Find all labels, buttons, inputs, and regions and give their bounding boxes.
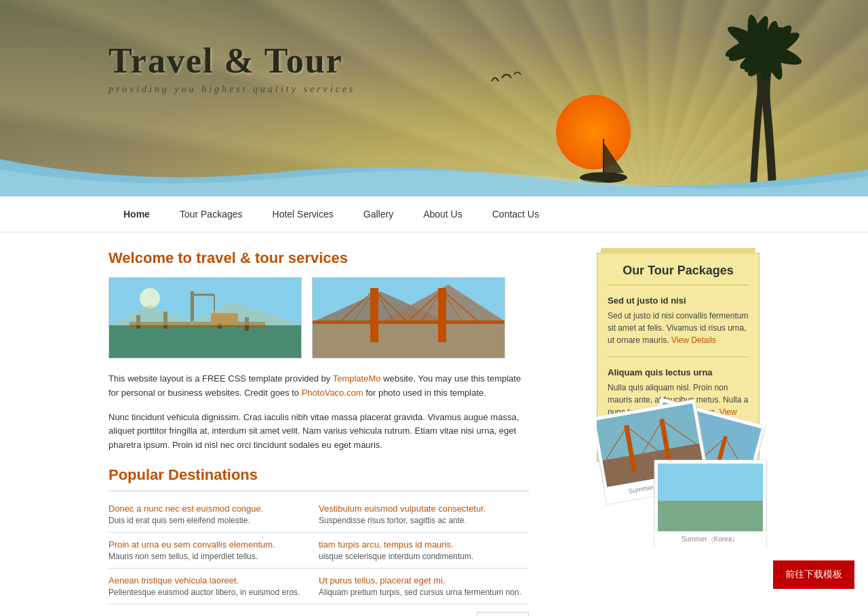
- dest-item-5: Aenean tristique vehicula laoreet. Pelle…: [108, 569, 319, 604]
- photovaco-link[interactable]: PhotoVaco.com: [302, 388, 363, 398]
- main-content: Welcome to travel & tour services: [108, 232, 529, 616]
- nav-item-home[interactable]: Home: [108, 197, 165, 232]
- nav-link-contact[interactable]: Contact Us: [477, 197, 554, 232]
- svg-rect-31: [370, 288, 378, 342]
- nav-link-gallery[interactable]: Gallery: [349, 197, 408, 232]
- dest-item-2: Vestibulum euismod vulputate consectetur…: [319, 497, 529, 533]
- nav-item-contact[interactable]: Contact Us: [477, 197, 554, 232]
- view-all-link[interactable]: View all...: [477, 612, 529, 616]
- site-subtitle: providing you highest quality services: [108, 84, 356, 95]
- templatemo-link[interactable]: TemplateMo: [333, 373, 381, 384]
- nav-item-hotel[interactable]: Hotel Services: [258, 197, 349, 232]
- svg-text:Summer（Korea）: Summer（Korea）: [682, 535, 738, 543]
- popular-destinations-title: Popular Destinations: [108, 466, 529, 484]
- dest-item-3: Proin at urna eu sem convallis elementum…: [108, 533, 319, 569]
- photo-2: [312, 277, 505, 358]
- photos-row: [108, 277, 529, 358]
- svg-rect-32: [438, 288, 446, 342]
- site-title: Travel & Tour: [108, 41, 356, 81]
- dest-link-5[interactable]: Aenean tristique vehicula laoreet.: [108, 575, 319, 586]
- dest-desc-1: Duis id erat quis sem eleifend molestie.: [108, 516, 319, 525]
- dest-item-1: Donec a nunc nec est euismod congue. Dui…: [108, 497, 319, 533]
- divider-top: [108, 491, 529, 491]
- dest-link-3[interactable]: Proin at urna eu sem convallis elementum…: [108, 539, 319, 550]
- header: Travel & Tour providing you highest qual…: [0, 0, 868, 197]
- svg-rect-41: [313, 321, 505, 324]
- download-button[interactable]: 前往下载模板: [773, 560, 854, 589]
- tour-title-1: Sed ut justo id nisi: [608, 295, 749, 306]
- nav-link-tour[interactable]: Tour Packages: [165, 197, 258, 232]
- nav-link-hotel[interactable]: Hotel Services: [258, 197, 349, 232]
- intro-paragraph: This website layout is a FREE CSS templa…: [108, 372, 529, 401]
- nav-link-about[interactable]: About Us: [408, 197, 477, 232]
- nav-item-tour[interactable]: Tour Packages: [165, 197, 258, 232]
- dest-link-6[interactable]: Ut purus tellus, placerat eget mi.: [319, 575, 529, 586]
- birds-decoration: [488, 68, 529, 98]
- dest-desc-6: Aliquam pretium turpis, sed cursus urna …: [319, 588, 529, 597]
- nav-item-about[interactable]: About Us: [408, 197, 477, 232]
- svg-rect-15: [109, 325, 302, 358]
- header-title-block: Travel & Tour providing you highest qual…: [108, 41, 356, 95]
- svg-rect-71: [654, 460, 766, 464]
- nav-wrapper: Home Tour Packages Hotel Services Galler…: [0, 197, 868, 232]
- polaroid-decoration: Summer（USA） Summer（Bangk...: [597, 358, 814, 548]
- svg-rect-30: [313, 322, 505, 358]
- svg-rect-21: [191, 291, 194, 325]
- nav-item-gallery[interactable]: Gallery: [349, 197, 408, 232]
- dest-item-6: Ut purus tellus, placerat eget mi. Aliqu…: [319, 569, 529, 604]
- dest-link-2[interactable]: Vestibulum euismod vulputate consectetur…: [319, 504, 529, 514]
- sidebar-top-strip: [601, 248, 755, 253]
- destinations-grid: Donec a nunc nec est euismod congue. Dui…: [108, 497, 529, 604]
- welcome-title: Welcome to travel & tour services: [108, 249, 529, 267]
- dest-desc-3: Mauris non sem tellus, id imperdiet tell…: [108, 552, 319, 561]
- wave-decoration: [0, 159, 868, 197]
- dest-link-1[interactable]: Donec a nunc nec est euismod congue.: [108, 504, 319, 514]
- main-nav: Home Tour Packages Hotel Services Galler…: [0, 197, 868, 232]
- svg-rect-70: [658, 501, 763, 531]
- nav-link-home[interactable]: Home: [108, 197, 165, 232]
- sidebar-title: Our Tour Packages: [608, 264, 749, 285]
- dest-link-4[interactable]: tiam turpis arcu, tempus id mauris.: [319, 539, 529, 550]
- tour-package-1: Sed ut justo id nisi Sed ut justo id nis…: [608, 295, 749, 357]
- dest-desc-5: Pellentesque euismod auctor libero, in e…: [108, 588, 319, 597]
- body-paragraph: Nunc tincidunt vehicula dignissim. Cras …: [108, 411, 529, 453]
- tour-desc-1: Sed ut justo id nisi convallis fermentum…: [608, 310, 749, 346]
- dest-desc-4: uisque scelerisque interdum condimentum.: [319, 552, 529, 561]
- photo-1: [108, 277, 302, 358]
- dest-item-4: tiam turpis arcu, tempus id mauris. uisq…: [319, 533, 529, 569]
- dest-desc-2: Suspendisse risus tortor, sagittis ac an…: [319, 516, 529, 525]
